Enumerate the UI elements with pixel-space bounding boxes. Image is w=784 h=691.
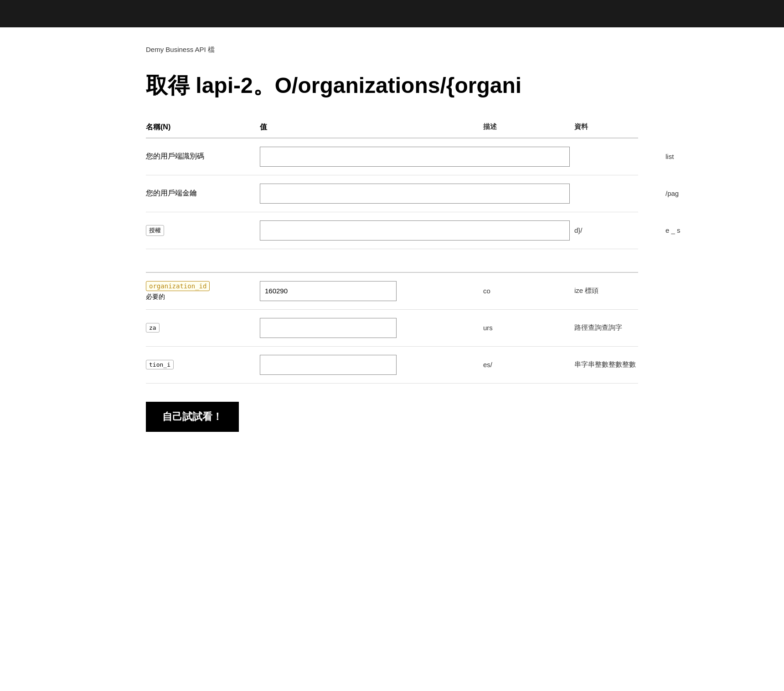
row-za-type: 路徑查詢查詢字 <box>570 323 638 332</box>
row-auth-name: 授權 <box>146 225 260 236</box>
row-tion-desc: es/ <box>479 361 570 369</box>
row-auth-desc: d}/ <box>570 226 661 234</box>
row-org-id-type: ize 標頭 <box>570 287 638 295</box>
table-row: organization_id 必要的 co ize 標頭 <box>146 272 638 310</box>
params-table: 名稱(N) 值 描述 資料 您的用戶端識別碼 list <box>146 117 638 384</box>
row-auth-value[interactable] <box>260 220 570 241</box>
header-value: 值 <box>260 123 479 132</box>
za-input[interactable] <box>260 318 397 338</box>
row-client-key-name: 您的用戶端金鑰 <box>146 189 260 198</box>
breadcrumb: Demy Business API 檔 <box>146 46 638 54</box>
table-row: 授權 d}/ e _ s <box>146 212 638 249</box>
table-header: 名稱(N) 值 描述 資料 <box>146 117 638 138</box>
row-tion-value[interactable] <box>260 355 479 375</box>
row-za-name: za <box>146 323 260 333</box>
header-name: 名稱(N) <box>146 123 260 132</box>
tion-input[interactable] <box>260 355 397 375</box>
row-org-id-desc: co <box>479 287 570 295</box>
row-client-id-name: 您的用戶端識別碼 <box>146 152 260 161</box>
top-bar <box>0 0 784 27</box>
row-org-id-value[interactable] <box>260 281 479 301</box>
client-id-input[interactable] <box>260 147 570 167</box>
table-row: tion_i es/ 串字串整數整數整數 <box>146 347 638 384</box>
header-description: 描述 <box>479 123 570 132</box>
try-button[interactable]: 自己試試看！ <box>146 402 239 432</box>
row-client-id-value[interactable] <box>260 147 570 167</box>
auth-input[interactable] <box>260 220 570 241</box>
row-auth-type: e _ s <box>661 226 729 234</box>
row-client-key-value[interactable] <box>260 184 570 204</box>
breadcrumb-text: Demy Business API 檔 <box>146 46 215 53</box>
table-row: za urs 路徑查詢查詢字 <box>146 310 638 347</box>
row-org-id-name: organization_id 必要的 <box>146 281 260 301</box>
table-row: 您的用戶端識別碼 list <box>146 138 638 175</box>
row-za-desc: urs <box>479 324 570 332</box>
row-tion-name: tion_i <box>146 360 260 369</box>
row-tion-type: 串字串整數整數整數 <box>570 360 638 369</box>
row-client-id-type: list <box>661 153 729 160</box>
row-za-value[interactable] <box>260 318 479 338</box>
section-spacer <box>146 249 638 263</box>
table-row: 您的用戶端金鑰 /pag <box>146 175 638 212</box>
page-title: 取得 lapi-2。O/organizations/{organi <box>146 72 638 99</box>
org-id-input[interactable] <box>260 281 397 301</box>
row-client-key-type: /pag <box>661 189 729 197</box>
header-data: 資料 <box>570 123 638 132</box>
client-key-input[interactable] <box>260 184 570 204</box>
